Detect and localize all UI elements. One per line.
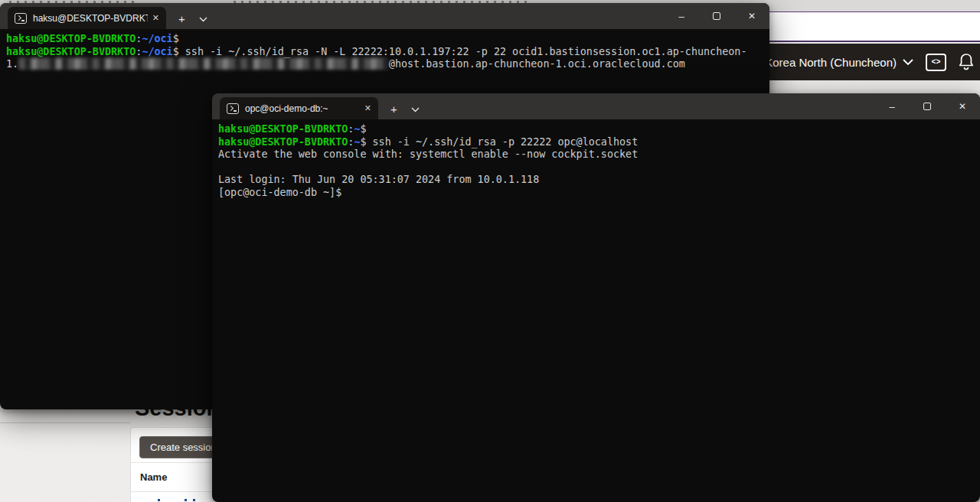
- desktop: South Korea North (Chuncheon) <> Session…: [0, 0, 980, 502]
- terminal-tab-icon: [15, 13, 27, 24]
- terminal-tab[interactable]: haksu@DESKTOP-BVDRKTO: ~ ✕: [8, 7, 166, 29]
- new-tab-button[interactable]: +: [390, 103, 397, 115]
- chevron-down-icon: [903, 59, 913, 66]
- notifications-bell-icon[interactable]: [959, 53, 974, 71]
- terminal-titlebar[interactable]: opc@oci-demo-db:~ ✕ + – ✕: [212, 93, 980, 119]
- terminal-titlebar[interactable]: haksu@DESKTOP-BVDRKTO: ~ ✕ + – ✕: [0, 3, 769, 29]
- close-tab-icon[interactable]: ✕: [364, 103, 371, 113]
- minimize-button[interactable]: –: [664, 3, 699, 29]
- column-header-name: Name: [131, 471, 167, 483]
- close-window-button[interactable]: ✕: [945, 93, 980, 119]
- divider: [0, 422, 130, 423]
- maximize-button[interactable]: [910, 93, 945, 119]
- tab-dropdown-icon[interactable]: [411, 107, 420, 112]
- close-tab-icon[interactable]: ✕: [152, 13, 159, 23]
- maximize-button[interactable]: [699, 3, 734, 29]
- close-window-button[interactable]: ✕: [734, 3, 769, 29]
- terminal-output[interactable]: haksu@DESKTOP-BVDRKTO:~$haksu@DESKTOP-BV…: [212, 119, 980, 200]
- terminal-tab-title: haksu@DESKTOP-BVDRKTO: ~: [33, 13, 148, 24]
- terminal-window-ssh-session: opc@oci-demo-db:~ ✕ + – ✕ haksu@DESKTOP-…: [212, 93, 980, 502]
- minimize-button[interactable]: –: [874, 93, 910, 119]
- terminal-output[interactable]: haksu@DESKTOP-BVDRKTO:~/oci$haksu@DESKTO…: [0, 29, 769, 71]
- new-tab-button[interactable]: +: [178, 13, 185, 24]
- terminal-tab-icon: [227, 103, 239, 114]
- developer-tools-icon[interactable]: <>: [926, 54, 946, 71]
- terminal-tab[interactable]: opc@oci-demo-db:~ ✕: [220, 97, 378, 119]
- terminal-tab-title: opc@oci-demo-db:~: [245, 103, 360, 114]
- tab-dropdown-icon[interactable]: [199, 17, 207, 22]
